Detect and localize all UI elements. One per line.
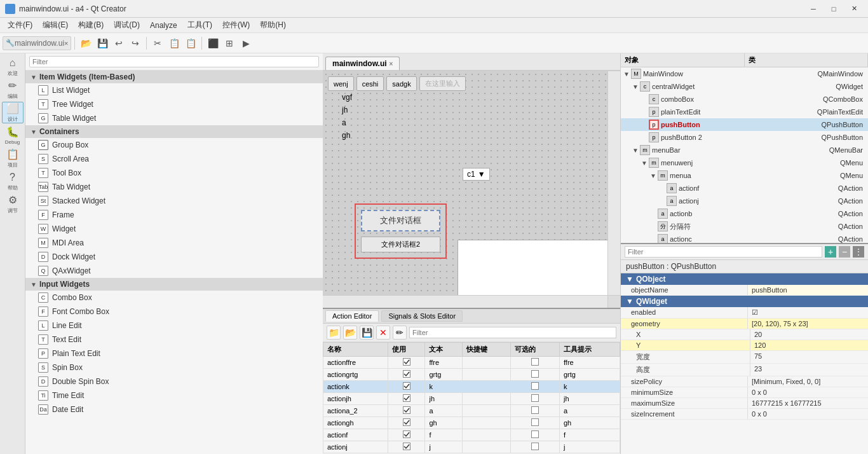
tree-item-menuwenj[interactable]: ▼ m menuwenj QMenu	[621, 156, 868, 169]
prop-row-maximumsize[interactable]: maximumSize 16777215 x 16777215	[621, 398, 868, 409]
vertical-scrollbar[interactable]	[607, 71, 620, 295]
toolbar-btn-new[interactable]: 📂	[78, 36, 93, 51]
widget-plain-text-edit[interactable]: P Plain Text Edit	[25, 347, 323, 361]
menu-item-d[interactable]: 调试(D)	[109, 18, 145, 32]
prop-row-y[interactable]: Y 120	[621, 340, 868, 351]
widget-dock-widget[interactable]: D Dock Widget	[25, 250, 323, 264]
maximize-button[interactable]: □	[825, 3, 843, 15]
action-checkable-cell[interactable]	[511, 381, 560, 393]
sidebar-icon-settings[interactable]: ⚙ 调节	[2, 193, 24, 215]
action-row[interactable]: actionf f f	[323, 429, 620, 441]
toolbar-btn-grid[interactable]: ⊞	[222, 36, 237, 51]
prop-row-高度[interactable]: 高度 23	[621, 364, 868, 376]
tree-item-actionf[interactable]: a actionf QAction	[621, 182, 868, 195]
filter-input[interactable]	[29, 56, 319, 67]
menu-item-h[interactable]: 帮助(H)	[255, 18, 291, 32]
action-used-cell[interactable]	[388, 405, 425, 417]
menu-item-t[interactable]: 工具(T)	[182, 18, 217, 32]
prop-row-宽度[interactable]: 宽度 75	[621, 351, 868, 364]
category-item-widgets[interactable]: ▼ Item Widgets (Item-Based)	[25, 71, 323, 83]
action-filter-input[interactable]	[409, 327, 616, 338]
action-open-btn[interactable]: 📂	[343, 326, 357, 340]
category-containers[interactable]: ▼ Containers	[25, 125, 323, 138]
tree-item-menubar[interactable]: ▼ m menuBar QMenuBar	[621, 144, 868, 156]
tree-item-menua[interactable]: ▼ m menua QMenu	[621, 169, 868, 182]
canvas-combo-box[interactable]: c1 ▼	[463, 168, 490, 181]
sidebar-icon-welcome[interactable]: ⌂ 欢迎	[2, 56, 24, 78]
action-used-cell[interactable]	[388, 441, 425, 453]
prop-group-qwidget[interactable]: ▼ QWidget	[621, 296, 868, 307]
tab-close-icon[interactable]: ×	[390, 60, 393, 67]
action-used-cell[interactable]	[388, 429, 425, 441]
action-used-cell[interactable]	[388, 381, 425, 393]
prop-row-geometry[interactable]: geometry [20, 120), 75 x 23]	[621, 319, 868, 329]
prop-remove-button[interactable]: −	[839, 246, 850, 258]
tab-action-editor[interactable]: Action Editor	[325, 310, 379, 322]
prop-group-qobject[interactable]: ▼ QObject	[621, 273, 868, 285]
tab-signals-slots[interactable]: Signals & Slots Editor	[381, 310, 463, 322]
action-row[interactable]: actionj j j	[323, 441, 620, 453]
toolbar-btn-undo[interactable]: ↩	[111, 36, 126, 51]
widget-scroll-area[interactable]: S Scroll Area	[25, 152, 323, 166]
sidebar-icon-design[interactable]: ⬜ 设计	[2, 102, 24, 123]
close-button[interactable]: ✕	[845, 3, 863, 15]
tree-item-actionb[interactable]: a actionb QAction	[621, 207, 868, 220]
widget-widget[interactable]: W Widget	[25, 222, 323, 236]
widget-double-spin-box[interactable]: D Double Spin Box	[25, 375, 323, 389]
sidebar-icon-project[interactable]: 📋 项目	[2, 148, 24, 169]
tree-item-plaintextedit[interactable]: p plainTextEdit QPlainTextEdit	[621, 106, 868, 118]
design-canvas[interactable]: wenj ceshi sadgk 在这里输入 vgf jh a gh c1	[323, 71, 620, 308]
action-checkable-cell[interactable]	[511, 417, 560, 429]
canvas-dialog-btn2[interactable]: 文件对话框2	[361, 237, 440, 252]
category-input-widgets[interactable]: ▼ Input Widgets	[25, 278, 323, 291]
toolbar-btn-paste[interactable]: 📋	[183, 36, 198, 51]
horizontal-scrollbar[interactable]	[323, 295, 607, 308]
action-checkable-cell[interactable]	[511, 369, 560, 381]
widget-group-box[interactable]: G Group Box	[25, 138, 323, 152]
widget-date-edit[interactable]: Da Date Edit	[25, 402, 323, 416]
action-checkable-cell[interactable]	[511, 429, 560, 441]
widget-tree-widget[interactable]: T Tree Widget	[25, 97, 323, 111]
widget-tool-box[interactable]: T Tool Box	[25, 166, 323, 180]
tree-item-centralwidget[interactable]: ▼ c centralWidget QWidget	[621, 80, 868, 93]
prop-config-button[interactable]: ⋮	[853, 246, 864, 258]
action-checkable-cell[interactable]	[511, 393, 560, 405]
prop-row-x[interactable]: X 20	[621, 329, 868, 340]
minimize-button[interactable]: ─	[804, 3, 822, 15]
action-used-cell[interactable]	[388, 357, 425, 369]
action-save-btn[interactable]: 💾	[360, 326, 374, 340]
widget-combo-box[interactable]: C Combo Box	[25, 291, 323, 305]
prop-row-sizeincrement[interactable]: sizeIncrement 0 x 0	[621, 409, 868, 420]
action-row[interactable]: actionk k k	[323, 381, 620, 393]
prop-add-button[interactable]: +	[825, 246, 836, 258]
toolbar-btn-preview[interactable]: ▶	[238, 36, 254, 51]
toolbar-btn-save[interactable]: 💾	[95, 36, 110, 51]
action-row[interactable]: actiongh gh gh	[323, 417, 620, 429]
canvas-menu-input[interactable]: 在这里输入	[419, 76, 466, 91]
toolbar-btn-copy[interactable]: 📋	[166, 36, 182, 51]
action-checkable-cell[interactable]	[511, 405, 560, 417]
canvas-menu-wenj[interactable]: wenj	[328, 76, 354, 91]
prop-row-minimumsize[interactable]: minimumSize 0 x 0	[621, 387, 868, 398]
widget-table-widget[interactable]: G Table Widget	[25, 111, 323, 125]
widget-stacked-widget[interactable]: St Stacked Widget	[25, 194, 323, 208]
menu-item-f[interactable]: 文件(F)	[3, 18, 37, 32]
action-edit-btn[interactable]: ✏	[393, 326, 407, 340]
menu-item-e[interactable]: 编辑(E)	[37, 18, 73, 32]
tree-item-pushbutton-2[interactable]: p pushButton 2 QPushButton	[621, 131, 868, 144]
file-tab-label[interactable]: 🔧 mainwindow.ui ×	[3, 36, 71, 50]
menu-item-analyze[interactable]: Analyze	[145, 20, 182, 31]
widget-frame[interactable]: F Frame	[25, 208, 323, 222]
action-used-cell[interactable]	[388, 369, 425, 381]
action-new-btn[interactable]: 📁	[327, 326, 341, 340]
prop-value-field[interactable]: pushButton	[748, 285, 868, 295]
sidebar-icon-help[interactable]: ? 帮助	[2, 170, 24, 192]
widget-qaxwidget[interactable]: Q QAxWidget	[25, 264, 323, 278]
action-row[interactable]: actionffre ffre ffre	[323, 357, 620, 369]
sidebar-icon-edit[interactable]: ✏ 编辑	[2, 79, 24, 100]
tree-item-pushbutton[interactable]: p pushButton QPushButton	[621, 118, 868, 131]
action-row[interactable]: actionjh jh jh	[323, 393, 620, 405]
widget-time-edit[interactable]: Ti Time Edit	[25, 389, 323, 402]
toolbar-btn-align[interactable]: ⬛	[205, 36, 220, 51]
prop-row-sizepolicy[interactable]: sizePolicy [Minimum, Fixed, 0, 0]	[621, 376, 868, 387]
